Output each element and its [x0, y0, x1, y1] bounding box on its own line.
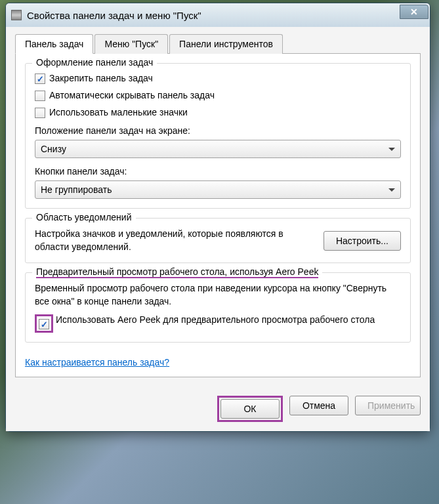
lock-taskbar-checkbox[interactable]: [35, 74, 45, 84]
buttons-dropdown[interactable]: Не группировать: [35, 180, 401, 199]
smallicons-label: Использовать маленькие значки: [49, 107, 188, 117]
buttons-value: Не группировать: [41, 184, 112, 195]
close-button[interactable]: ✕: [400, 5, 429, 19]
dialog-buttons: ОК Отмена Применить: [6, 387, 430, 431]
tab-taskbar[interactable]: Панель задач: [15, 34, 93, 54]
highlight-marker: ОК: [217, 396, 283, 422]
close-icon: ✕: [410, 7, 418, 17]
aero-peek-label: Использовать Aero Peek для предварительн…: [56, 314, 375, 325]
highlight-marker: [35, 314, 53, 333]
aero-peek-group: Предварительный просмотр рабочего стола,…: [25, 272, 411, 343]
customize-button[interactable]: Настроить...: [324, 231, 401, 251]
window-body: Панель задач Меню "Пуск" Панели инструме…: [6, 27, 430, 387]
window-icon: [11, 10, 22, 20]
titlebar[interactable]: Свойства панели задач и меню "Пуск" ✕: [6, 3, 430, 27]
aero-peek-legend: Предварительный просмотр рабочего стола,…: [32, 266, 322, 277]
notification-group: Область уведомлений Настройка значков и …: [25, 218, 411, 263]
chevron-down-icon: [388, 148, 395, 151]
aero-peek-checkbox[interactable]: [39, 319, 49, 329]
ok-button[interactable]: ОК: [220, 399, 280, 419]
lock-taskbar-row: Закрепить панель задач: [35, 73, 401, 83]
apply-button[interactable]: Применить: [355, 396, 421, 415]
smallicons-checkbox[interactable]: [35, 108, 45, 118]
lock-taskbar-label: Закрепить панель задач: [49, 73, 153, 83]
position-dropdown[interactable]: Снизу: [35, 140, 401, 158]
help-link[interactable]: Как настраивается панель задач?: [25, 357, 169, 368]
chevron-down-icon: [388, 188, 395, 192]
smallicons-row: Использовать маленькие значки: [35, 107, 401, 117]
properties-dialog: Свойства панели задач и меню "Пуск" ✕ Па…: [5, 3, 430, 432]
autohide-row: Автоматически скрывать панель задач: [35, 90, 401, 100]
aero-peek-row: Использовать Aero Peek для предварительн…: [35, 314, 401, 333]
buttons-label: Кнопки панели задач:: [35, 166, 401, 177]
tab-toolbars[interactable]: Панели инструментов: [169, 34, 283, 54]
aero-peek-description: Временный просмотр рабочего стола при на…: [35, 282, 401, 308]
position-value: Снизу: [41, 144, 66, 154]
tab-strip: Панель задач Меню "Пуск" Панели инструме…: [15, 33, 421, 54]
window-title: Свойства панели задач и меню "Пуск": [27, 10, 201, 21]
position-label: Положение панели задач на экране:: [35, 125, 401, 136]
autohide-checkbox[interactable]: [35, 91, 45, 101]
appearance-legend: Оформление панели задач: [32, 57, 157, 68]
notification-text: Настройка значков и уведомлений, которые…: [35, 228, 314, 253]
autohide-label: Автоматически скрывать панель задач: [49, 90, 215, 100]
notification-legend: Область уведомлений: [32, 212, 136, 222]
tab-startmenu[interactable]: Меню "Пуск": [94, 34, 168, 54]
cancel-button[interactable]: Отмена: [289, 396, 348, 415]
appearance-group: Оформление панели задач Закрепить панель…: [25, 63, 411, 209]
tab-content: Оформление панели задач Закрепить панель…: [15, 54, 421, 377]
